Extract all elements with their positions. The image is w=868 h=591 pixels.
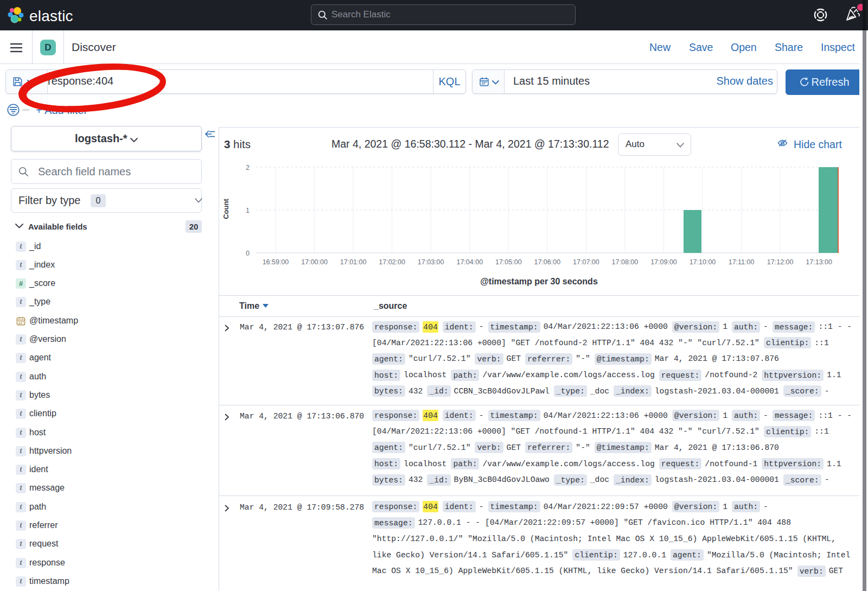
- svg-text:17:01:00: 17:01:00: [340, 258, 367, 266]
- svg-text:17:02:00: 17:02:00: [379, 258, 405, 266]
- svg-text:17:05:00: 17:05:00: [495, 258, 522, 266]
- svg-text:1: 1: [246, 207, 250, 214]
- svg-text:17:06:00: 17:06:00: [534, 258, 560, 266]
- svg-text:17:13:00: 17:13:00: [806, 258, 832, 266]
- svg-text:17:07:00: 17:07:00: [573, 258, 599, 266]
- svg-text:0: 0: [246, 250, 250, 257]
- svg-text:2: 2: [246, 164, 250, 171]
- svg-text:17:00:00: 17:00:00: [301, 258, 328, 266]
- svg-text:17:10:00: 17:10:00: [690, 258, 716, 266]
- svg-text:17:04:00: 17:04:00: [456, 258, 483, 266]
- svg-text:16:59:00: 16:59:00: [263, 258, 289, 266]
- svg-text:17:11:00: 17:11:00: [729, 258, 755, 266]
- svg-text:17:03:00: 17:03:00: [418, 258, 444, 266]
- svg-text:17:08:00: 17:08:00: [612, 258, 639, 266]
- svg-text:Count: Count: [222, 199, 230, 219]
- svg-text:17:12:00: 17:12:00: [767, 258, 794, 266]
- svg-text:17:09:00: 17:09:00: [650, 258, 677, 266]
